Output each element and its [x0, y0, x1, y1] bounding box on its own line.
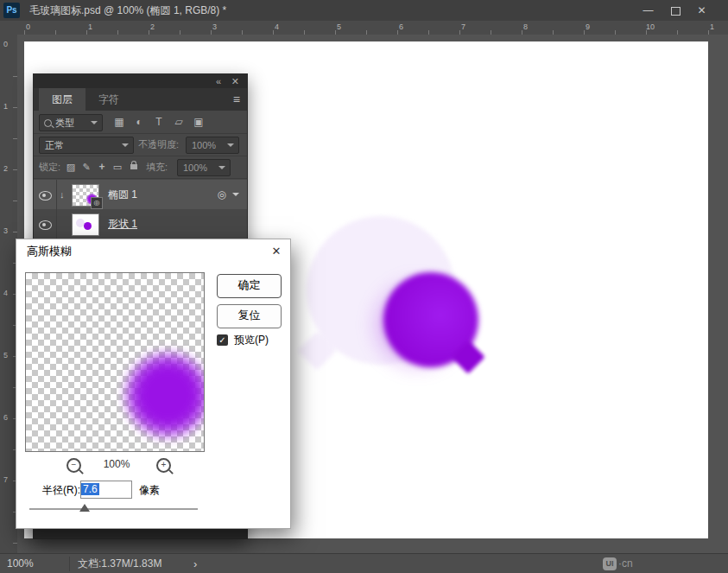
ruler-number: 3 — [3, 226, 8, 235]
preview-purple-blob — [124, 352, 205, 438]
blur-preview-box[interactable] — [25, 272, 205, 452]
window-titlebar: Ps 毛玻璃图标.psd @ 100% (椭圆 1, RGB/8) * — ✕ — [0, 0, 728, 22]
search-icon — [44, 119, 52, 127]
horizontal-ruler[interactable]: 0 1 2 3 4 5 6 7 8 9 10 1 — [0, 21, 728, 35]
layer-row-ellipse-1[interactable]: ↓ ◎ 椭圆 1 ◎ — [34, 180, 247, 210]
minus-sign: − — [68, 460, 79, 470]
visibility-cell[interactable] — [34, 180, 57, 209]
lock-row: 锁定: ▨ ✎ + ▭ 填充: 100% — [34, 156, 247, 179]
opacity-dropdown[interactable]: 100% — [186, 137, 239, 154]
tab-character[interactable]: 字符 — [85, 88, 132, 111]
ruler-number: 9 — [586, 22, 590, 31]
ruler-number: 4 — [275, 22, 279, 31]
radius-slider-thumb[interactable] — [79, 504, 90, 512]
ruler-number: 8 — [523, 22, 528, 31]
close-panel-icon[interactable]: ✕ — [231, 74, 239, 88]
radius-input[interactable]: 7.6 — [80, 481, 132, 499]
radius-value-selected: 7.6 — [81, 483, 99, 495]
fill-label: 填充: — [146, 156, 168, 178]
fill-dropdown[interactable]: 100% — [177, 159, 231, 176]
document-title: 毛玻璃图标.psd @ 100% (椭圆 1, RGB/8) * — [29, 0, 226, 21]
zoom-in-icon[interactable]: + — [156, 458, 171, 473]
clipping-mask-arrow-icon: ↓ — [60, 180, 65, 209]
layer-thumbnail[interactable] — [72, 213, 99, 236]
ruler-number: 7 — [3, 475, 8, 484]
expand-smart-filters-icon[interactable] — [232, 193, 239, 196]
layer-name[interactable]: 椭圆 1 — [108, 180, 137, 209]
dialog-close-button[interactable]: ✕ — [263, 239, 290, 263]
ruler-number: 4 — [3, 289, 8, 297]
preview-checkbox[interactable]: ✓ — [217, 334, 228, 346]
status-bar: 100% 文档:1.37M/1.83M › UI ·cn — [0, 553, 728, 573]
gaussian-blur-dialog: 高斯模糊 ✕ − 100% + 半径(R): 7.6 像素 确定 复位 ✓ 预览… — [16, 239, 291, 529]
lock-position-icon[interactable]: + — [96, 156, 108, 178]
thumbnail-purple-circle — [84, 222, 92, 230]
panel-menu-icon[interactable]: ≡ — [233, 88, 240, 111]
purple-chat-bubble-shape — [373, 272, 511, 402]
status-divider — [69, 557, 70, 571]
status-zoom-level[interactable]: 100% — [7, 554, 34, 573]
collapse-panel-icon[interactable]: « — [216, 74, 221, 88]
chevron-down-icon — [227, 143, 234, 147]
smart-filter-badge-icon: ◎ — [91, 197, 103, 209]
fill-value: 100% — [183, 162, 207, 173]
ruler-number: 5 — [337, 22, 341, 31]
chevron-down-icon — [122, 143, 129, 147]
filter-type-layers-icon[interactable]: T — [151, 111, 167, 133]
ruler-number: 0 — [26, 22, 30, 31]
radius-slider-track[interactable] — [29, 508, 198, 510]
filter-shape-layers-icon[interactable]: ▱ — [171, 111, 187, 133]
ruler-number: 3 — [212, 22, 217, 31]
plus-sign: + — [158, 460, 169, 470]
filter-smart-object-icon[interactable]: ▣ — [191, 111, 206, 133]
ruler-number: 6 — [3, 413, 8, 422]
layer-row-shape-1[interactable]: 形状 1 — [34, 209, 247, 239]
lock-transparency-icon[interactable]: ▨ — [65, 156, 77, 178]
lock-artboard-icon[interactable]: ▭ — [111, 156, 123, 178]
panel-bottom-bar — [34, 528, 247, 538]
ruler-number: 6 — [399, 22, 403, 31]
filter-adjustment-icon[interactable]: ◐ — [131, 111, 147, 133]
close-button[interactable]: ✕ — [688, 0, 715, 21]
lock-all-icon[interactable] — [130, 164, 137, 169]
ruler-number: 1 — [88, 22, 92, 31]
ruler-number: 10 — [646, 22, 655, 31]
blend-mode-dropdown[interactable]: 正常 — [39, 137, 134, 154]
ruler-number: 5 — [3, 351, 8, 360]
maximize-button[interactable] — [662, 0, 688, 21]
filter-type-dropdown[interactable]: 类型 — [39, 114, 103, 131]
layer-name[interactable]: 形状 1 — [108, 209, 137, 239]
ok-button[interactable]: 确定 — [217, 274, 282, 298]
preview-zoom-level: 100% — [91, 458, 142, 470]
minimize-button[interactable]: — — [635, 0, 662, 21]
smart-filter-toggle-icon[interactable]: ◎ — [218, 180, 226, 209]
preview-checkbox-label: 预览(P) — [234, 332, 269, 347]
lock-paint-icon[interactable]: ✎ — [80, 156, 92, 178]
maximize-icon — [671, 7, 681, 16]
unit-label: 像素 — [139, 483, 160, 498]
ruler-number: 1 — [3, 102, 8, 111]
ruler-number: 2 — [3, 164, 8, 173]
blend-mode-row: 正常 不透明度: 100% — [34, 133, 247, 156]
photoshop-window: Ps 毛玻璃图标.psd @ 100% (椭圆 1, RGB/8) * — ✕ … — [0, 0, 728, 573]
reset-button[interactable]: 复位 — [217, 304, 282, 328]
status-chevron-icon[interactable]: › — [193, 554, 197, 573]
radius-label: 半径(R): — [42, 483, 80, 498]
visibility-cell[interactable] — [34, 209, 57, 239]
filter-pixel-layers-icon[interactable]: ▦ — [111, 111, 127, 133]
layer-thumbnail[interactable]: ◎ — [72, 184, 99, 207]
panel-tabstrip: 图层 字符 ≡ — [34, 88, 247, 111]
opacity-value: 100% — [192, 140, 216, 150]
photoshop-logo-icon: Ps — [3, 3, 20, 18]
opacity-label: 不透明度: — [138, 133, 179, 156]
layer-filter-row: 类型 ▦ ◐ T ▱ ▣ — [34, 111, 247, 134]
blend-mode-value: 正常 — [45, 140, 64, 150]
tab-layers[interactable]: 图层 — [39, 88, 85, 111]
zoom-out-icon[interactable]: − — [66, 458, 81, 473]
eye-icon — [39, 191, 52, 201]
ruler-number: 0 — [3, 40, 8, 48]
ruler-number: 2 — [150, 22, 155, 31]
panel-header: « ✕ — [34, 74, 247, 88]
chevron-down-icon — [218, 166, 225, 169]
document-size-info: 文档:1.37M/1.83M — [78, 554, 161, 573]
